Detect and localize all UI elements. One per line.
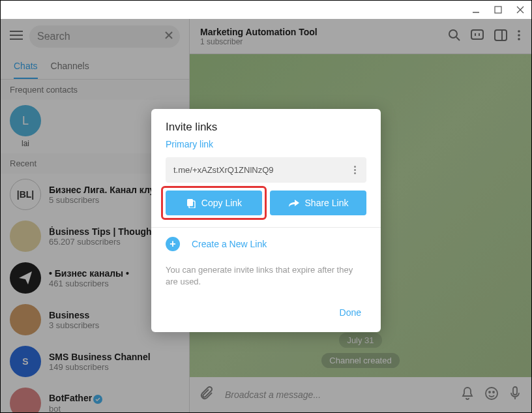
- window-maximize-button[interactable]: [492, 4, 504, 16]
- plus-icon: +: [166, 237, 180, 251]
- link-options-icon[interactable]: [351, 166, 359, 174]
- primary-link-label: Primary link: [151, 139, 381, 157]
- share-icon: [288, 198, 300, 207]
- svg-rect-1: [495, 7, 501, 13]
- copy-link-button[interactable]: Copy Link: [166, 191, 262, 215]
- invite-link-value: t.me/+xAZstXrQ1ZNlNzQ9: [173, 165, 351, 175]
- create-new-link-button[interactable]: + Create a New Link: [151, 228, 381, 260]
- invite-link-field[interactable]: t.me/+xAZstXrQ1ZNlNzQ9: [166, 157, 366, 183]
- window-close-button[interactable]: [514, 4, 526, 16]
- help-text: You can generate invite links that expir…: [151, 260, 381, 297]
- share-link-button[interactable]: Share Link: [270, 191, 366, 215]
- copy-link-highlight: Copy Link: [161, 186, 267, 220]
- copy-icon: [186, 198, 196, 208]
- window-minimize-button[interactable]: [470, 4, 482, 16]
- done-button[interactable]: Done: [334, 303, 366, 322]
- svg-rect-24: [187, 199, 193, 206]
- modal-title: Invite links: [151, 109, 381, 139]
- invite-links-modal: Invite links Primary link t.me/+xAZstXrQ…: [151, 109, 381, 332]
- modal-overlay[interactable]: Invite links Primary link t.me/+xAZstXrQ…: [1, 19, 531, 412]
- window-titlebar: [1, 1, 531, 19]
